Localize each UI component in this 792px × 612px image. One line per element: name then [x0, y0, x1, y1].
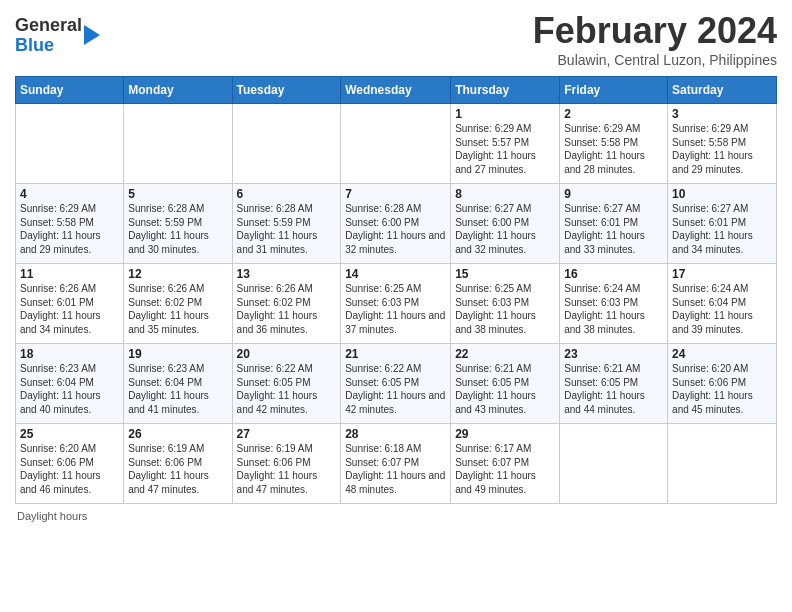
weekday-header-row: SundayMondayTuesdayWednesdayThursdayFrid… — [16, 77, 777, 104]
day-number: 4 — [20, 187, 119, 201]
calendar-week-row: 4Sunrise: 6:29 AM Sunset: 5:58 PM Daylig… — [16, 184, 777, 264]
day-info: Sunrise: 6:29 AM Sunset: 5:57 PM Dayligh… — [455, 122, 555, 176]
page-header: GeneralBlue February 2024 Bulawin, Centr… — [15, 10, 777, 68]
weekday-header-cell: Tuesday — [232, 77, 341, 104]
calendar-cell: 26Sunrise: 6:19 AM Sunset: 6:06 PM Dayli… — [124, 424, 232, 504]
day-number: 22 — [455, 347, 555, 361]
calendar-cell: 14Sunrise: 6:25 AM Sunset: 6:03 PM Dayli… — [341, 264, 451, 344]
calendar-cell: 9Sunrise: 6:27 AM Sunset: 6:01 PM Daylig… — [560, 184, 668, 264]
day-info: Sunrise: 6:21 AM Sunset: 6:05 PM Dayligh… — [455, 362, 555, 416]
day-number: 10 — [672, 187, 772, 201]
calendar-week-row: 1Sunrise: 6:29 AM Sunset: 5:57 PM Daylig… — [16, 104, 777, 184]
calendar-cell: 5Sunrise: 6:28 AM Sunset: 5:59 PM Daylig… — [124, 184, 232, 264]
calendar-cell: 3Sunrise: 6:29 AM Sunset: 5:58 PM Daylig… — [668, 104, 777, 184]
day-info: Sunrise: 6:27 AM Sunset: 6:01 PM Dayligh… — [564, 202, 663, 256]
calendar-cell: 23Sunrise: 6:21 AM Sunset: 6:05 PM Dayli… — [560, 344, 668, 424]
day-number: 2 — [564, 107, 663, 121]
day-info: Sunrise: 6:29 AM Sunset: 5:58 PM Dayligh… — [672, 122, 772, 176]
calendar-cell: 13Sunrise: 6:26 AM Sunset: 6:02 PM Dayli… — [232, 264, 341, 344]
calendar-week-row: 18Sunrise: 6:23 AM Sunset: 6:04 PM Dayli… — [16, 344, 777, 424]
day-info: Sunrise: 6:24 AM Sunset: 6:04 PM Dayligh… — [672, 282, 772, 336]
day-number: 6 — [237, 187, 337, 201]
calendar-cell — [341, 104, 451, 184]
day-info: Sunrise: 6:29 AM Sunset: 5:58 PM Dayligh… — [564, 122, 663, 176]
day-info: Sunrise: 6:27 AM Sunset: 6:01 PM Dayligh… — [672, 202, 772, 256]
calendar-cell: 24Sunrise: 6:20 AM Sunset: 6:06 PM Dayli… — [668, 344, 777, 424]
calendar-cell: 21Sunrise: 6:22 AM Sunset: 6:05 PM Dayli… — [341, 344, 451, 424]
day-number: 8 — [455, 187, 555, 201]
day-number: 11 — [20, 267, 119, 281]
calendar-week-row: 25Sunrise: 6:20 AM Sunset: 6:06 PM Dayli… — [16, 424, 777, 504]
day-info: Sunrise: 6:23 AM Sunset: 6:04 PM Dayligh… — [128, 362, 227, 416]
day-number: 13 — [237, 267, 337, 281]
calendar-table: SundayMondayTuesdayWednesdayThursdayFrid… — [15, 76, 777, 504]
weekday-header-cell: Thursday — [451, 77, 560, 104]
day-number: 27 — [237, 427, 337, 441]
calendar-cell — [668, 424, 777, 504]
weekday-header-cell: Monday — [124, 77, 232, 104]
day-info: Sunrise: 6:19 AM Sunset: 6:06 PM Dayligh… — [237, 442, 337, 496]
day-info: Sunrise: 6:20 AM Sunset: 6:06 PM Dayligh… — [672, 362, 772, 416]
title-area: February 2024 Bulawin, Central Luzon, Ph… — [533, 10, 777, 68]
weekday-header-cell: Saturday — [668, 77, 777, 104]
calendar-cell — [560, 424, 668, 504]
day-info: Sunrise: 6:26 AM Sunset: 6:01 PM Dayligh… — [20, 282, 119, 336]
day-info: Sunrise: 6:28 AM Sunset: 5:59 PM Dayligh… — [128, 202, 227, 256]
calendar-cell — [16, 104, 124, 184]
calendar-cell: 7Sunrise: 6:28 AM Sunset: 6:00 PM Daylig… — [341, 184, 451, 264]
calendar-cell: 22Sunrise: 6:21 AM Sunset: 6:05 PM Dayli… — [451, 344, 560, 424]
day-info: Sunrise: 6:21 AM Sunset: 6:05 PM Dayligh… — [564, 362, 663, 416]
day-number: 20 — [237, 347, 337, 361]
day-info: Sunrise: 6:26 AM Sunset: 6:02 PM Dayligh… — [128, 282, 227, 336]
day-number: 5 — [128, 187, 227, 201]
weekday-header-cell: Friday — [560, 77, 668, 104]
day-info: Sunrise: 6:26 AM Sunset: 6:02 PM Dayligh… — [237, 282, 337, 336]
day-number: 21 — [345, 347, 446, 361]
calendar-cell: 1Sunrise: 6:29 AM Sunset: 5:57 PM Daylig… — [451, 104, 560, 184]
calendar-cell: 17Sunrise: 6:24 AM Sunset: 6:04 PM Dayli… — [668, 264, 777, 344]
day-number: 7 — [345, 187, 446, 201]
month-title: February 2024 — [533, 10, 777, 52]
calendar-cell: 25Sunrise: 6:20 AM Sunset: 6:06 PM Dayli… — [16, 424, 124, 504]
location-label: Bulawin, Central Luzon, Philippines — [533, 52, 777, 68]
day-number: 1 — [455, 107, 555, 121]
logo-text: GeneralBlue — [15, 16, 100, 56]
day-info: Sunrise: 6:24 AM Sunset: 6:03 PM Dayligh… — [564, 282, 663, 336]
day-info: Sunrise: 6:27 AM Sunset: 6:00 PM Dayligh… — [455, 202, 555, 256]
day-number: 18 — [20, 347, 119, 361]
day-number: 25 — [20, 427, 119, 441]
weekday-header-cell: Wednesday — [341, 77, 451, 104]
day-info: Sunrise: 6:19 AM Sunset: 6:06 PM Dayligh… — [128, 442, 227, 496]
day-number: 16 — [564, 267, 663, 281]
calendar-cell: 20Sunrise: 6:22 AM Sunset: 6:05 PM Dayli… — [232, 344, 341, 424]
day-number: 28 — [345, 427, 446, 441]
day-info: Sunrise: 6:22 AM Sunset: 6:05 PM Dayligh… — [345, 362, 446, 416]
day-number: 15 — [455, 267, 555, 281]
day-info: Sunrise: 6:29 AM Sunset: 5:58 PM Dayligh… — [20, 202, 119, 256]
day-number: 29 — [455, 427, 555, 441]
day-info: Sunrise: 6:23 AM Sunset: 6:04 PM Dayligh… — [20, 362, 119, 416]
calendar-cell: 28Sunrise: 6:18 AM Sunset: 6:07 PM Dayli… — [341, 424, 451, 504]
calendar-week-row: 11Sunrise: 6:26 AM Sunset: 6:01 PM Dayli… — [16, 264, 777, 344]
calendar-cell: 8Sunrise: 6:27 AM Sunset: 6:00 PM Daylig… — [451, 184, 560, 264]
calendar-cell: 6Sunrise: 6:28 AM Sunset: 5:59 PM Daylig… — [232, 184, 341, 264]
calendar-cell: 29Sunrise: 6:17 AM Sunset: 6:07 PM Dayli… — [451, 424, 560, 504]
calendar-cell: 4Sunrise: 6:29 AM Sunset: 5:58 PM Daylig… — [16, 184, 124, 264]
day-number: 14 — [345, 267, 446, 281]
calendar-cell: 11Sunrise: 6:26 AM Sunset: 6:01 PM Dayli… — [16, 264, 124, 344]
calendar-cell: 19Sunrise: 6:23 AM Sunset: 6:04 PM Dayli… — [124, 344, 232, 424]
calendar-cell: 15Sunrise: 6:25 AM Sunset: 6:03 PM Dayli… — [451, 264, 560, 344]
calendar-cell: 10Sunrise: 6:27 AM Sunset: 6:01 PM Dayli… — [668, 184, 777, 264]
day-info: Sunrise: 6:22 AM Sunset: 6:05 PM Dayligh… — [237, 362, 337, 416]
day-info: Sunrise: 6:25 AM Sunset: 6:03 PM Dayligh… — [455, 282, 555, 336]
footer-text: Daylight hours — [17, 510, 87, 522]
calendar-cell: 12Sunrise: 6:26 AM Sunset: 6:02 PM Dayli… — [124, 264, 232, 344]
calendar-cell: 27Sunrise: 6:19 AM Sunset: 6:06 PM Dayli… — [232, 424, 341, 504]
calendar-cell — [232, 104, 341, 184]
calendar-cell: 16Sunrise: 6:24 AM Sunset: 6:03 PM Dayli… — [560, 264, 668, 344]
day-info: Sunrise: 6:17 AM Sunset: 6:07 PM Dayligh… — [455, 442, 555, 496]
day-number: 24 — [672, 347, 772, 361]
day-info: Sunrise: 6:25 AM Sunset: 6:03 PM Dayligh… — [345, 282, 446, 336]
calendar-cell: 18Sunrise: 6:23 AM Sunset: 6:04 PM Dayli… — [16, 344, 124, 424]
day-number: 17 — [672, 267, 772, 281]
